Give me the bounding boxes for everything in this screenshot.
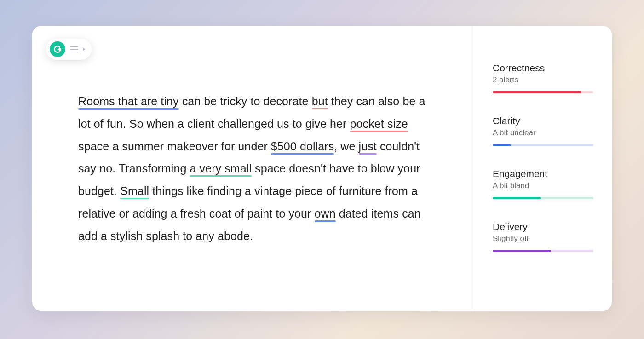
underline-green[interactable]: Small [120,184,149,197]
performance-sidebar: Correctness 2 alerts Clarity A bit uncle… [474,26,612,311]
app-card: Rooms that are tiny can be tricky to dec… [32,26,612,311]
document-text[interactable]: Rooms that are tiny can be tricky to dec… [78,90,437,247]
underline-pink[interactable]: but [312,95,328,108]
assistant-pill[interactable] [46,39,92,60]
metric-subtitle: 2 alerts [493,75,593,85]
progress-bar [493,250,593,252]
metric-title: Delivery [493,221,593,232]
brand-badge-icon [50,41,65,57]
text-segment: can be tricky to decorate [179,95,312,108]
metric-title: Engagement [493,168,593,179]
text-segment: , we [334,140,358,153]
metric-subtitle: A bit unclear [493,128,593,138]
metric-correctness[interactable]: Correctness 2 alerts [493,63,593,93]
progress-bar [493,197,593,199]
editor-pane: Rooms that are tiny can be tricky to dec… [32,26,474,311]
menu-lines-icon [70,46,78,52]
metric-delivery[interactable]: Delivery Slightly off [493,221,593,252]
progress-fill [493,144,511,146]
chevron-right-icon [83,47,85,51]
progress-fill [493,197,541,199]
underline-blue[interactable]: Rooms that are tiny [78,95,179,108]
underline-green[interactable]: a very small [190,162,252,175]
progress-fill [493,91,581,93]
underline-blue[interactable]: $500 dollars [271,140,334,153]
progress-bar [493,144,593,146]
metric-title: Clarity [493,115,593,126]
metric-clarity[interactable]: Clarity A bit unclear [493,115,593,146]
metric-subtitle: A bit bland [493,181,593,190]
underline-purple[interactable]: just [359,140,377,153]
progress-bar [493,91,593,93]
progress-fill [493,250,551,252]
metric-title: Correctness [493,63,593,74]
underline-pink[interactable]: pocket size [350,117,408,130]
metric-subtitle: Slightly off [493,234,593,243]
text-segment: space a summer makeover for under [78,140,271,153]
metric-engagement[interactable]: Engagement A bit bland [493,168,593,199]
underline-blue[interactable]: own [315,207,336,220]
